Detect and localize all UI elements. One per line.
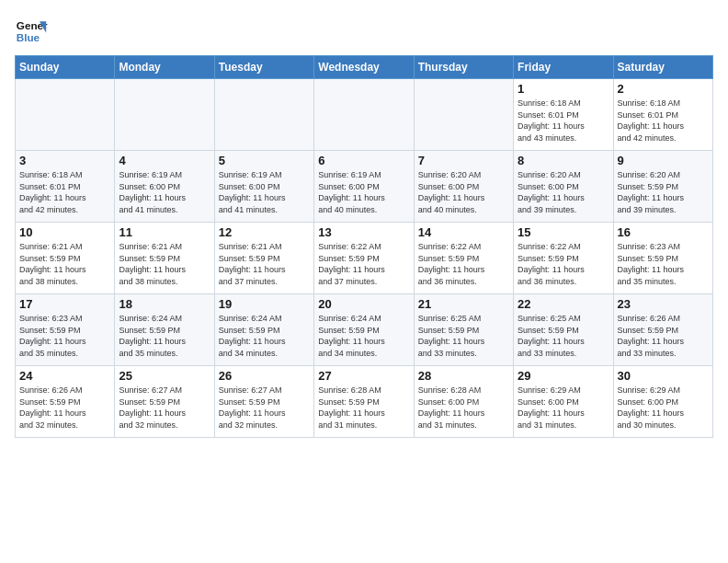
cell-info: Sunrise: 6:19 AM Sunset: 6:00 PM Dayligh… — [219, 169, 310, 215]
calendar-cell: 17Sunrise: 6:23 AM Sunset: 5:59 PM Dayli… — [16, 294, 115, 366]
calendar-cell: 27Sunrise: 6:28 AM Sunset: 5:59 PM Dayli… — [314, 366, 414, 438]
calendar-cell: 6Sunrise: 6:19 AM Sunset: 6:00 PM Daylig… — [314, 151, 414, 223]
cell-info: Sunrise: 6:29 AM Sunset: 6:00 PM Dayligh… — [618, 385, 709, 431]
calendar-cell: 2Sunrise: 6:18 AM Sunset: 6:01 PM Daylig… — [613, 79, 712, 151]
cell-info: Sunrise: 6:22 AM Sunset: 5:59 PM Dayligh… — [318, 241, 409, 287]
day-number: 19 — [219, 297, 310, 311]
day-number: 8 — [518, 154, 609, 167]
calendar-cell: 29Sunrise: 6:29 AM Sunset: 6:00 PM Dayli… — [514, 366, 613, 438]
calendar-cell: 3Sunrise: 6:18 AM Sunset: 6:01 PM Daylig… — [16, 151, 115, 223]
calendar-cell: 5Sunrise: 6:19 AM Sunset: 6:00 PM Daylig… — [214, 151, 313, 223]
cell-info: Sunrise: 6:18 AM Sunset: 6:01 PM Dayligh… — [518, 98, 609, 144]
day-number: 15 — [518, 225, 609, 239]
main-container: General Blue SundayMondayTuesdayWednesda… — [0, 0, 728, 445]
cell-info: Sunrise: 6:21 AM Sunset: 5:59 PM Dayligh… — [119, 241, 210, 287]
cell-info: Sunrise: 6:22 AM Sunset: 5:59 PM Dayligh… — [518, 241, 609, 287]
calendar-cell: 8Sunrise: 6:20 AM Sunset: 6:00 PM Daylig… — [514, 151, 613, 223]
day-number: 12 — [219, 225, 310, 239]
day-number: 23 — [618, 297, 709, 311]
cell-info: Sunrise: 6:19 AM Sunset: 6:00 PM Dayligh… — [318, 169, 409, 215]
calendar-cell: 16Sunrise: 6:23 AM Sunset: 5:59 PM Dayli… — [613, 223, 712, 294]
calendar-cell: 23Sunrise: 6:26 AM Sunset: 5:59 PM Dayli… — [613, 294, 712, 366]
weekday-header-wednesday: Wednesday — [314, 56, 414, 79]
day-number: 26 — [219, 369, 310, 383]
calendar-cell: 30Sunrise: 6:29 AM Sunset: 6:00 PM Dayli… — [613, 366, 712, 438]
calendar-cell: 25Sunrise: 6:27 AM Sunset: 5:59 PM Dayli… — [115, 366, 214, 438]
cell-info: Sunrise: 6:25 AM Sunset: 5:59 PM Dayligh… — [418, 313, 509, 359]
calendar-cell: 7Sunrise: 6:20 AM Sunset: 6:00 PM Daylig… — [414, 151, 513, 223]
cell-info: Sunrise: 6:20 AM Sunset: 6:00 PM Dayligh… — [418, 169, 509, 215]
day-number: 5 — [219, 154, 310, 167]
day-number: 10 — [19, 225, 110, 239]
cell-info: Sunrise: 6:24 AM Sunset: 5:59 PM Dayligh… — [219, 313, 310, 359]
calendar-cell — [16, 79, 115, 151]
calendar-cell: 28Sunrise: 6:28 AM Sunset: 6:00 PM Dayli… — [414, 366, 513, 438]
day-number: 7 — [418, 154, 509, 167]
weekday-header-monday: Monday — [115, 56, 214, 79]
day-number: 14 — [418, 225, 509, 239]
cell-info: Sunrise: 6:27 AM Sunset: 5:59 PM Dayligh… — [119, 385, 210, 431]
day-number: 16 — [618, 225, 709, 239]
day-number: 4 — [119, 154, 210, 167]
cell-info: Sunrise: 6:24 AM Sunset: 5:59 PM Dayligh… — [119, 313, 210, 359]
calendar-cell: 20Sunrise: 6:24 AM Sunset: 5:59 PM Dayli… — [314, 294, 414, 366]
calendar-cell: 4Sunrise: 6:19 AM Sunset: 6:00 PM Daylig… — [115, 151, 214, 223]
calendar-cell: 11Sunrise: 6:21 AM Sunset: 5:59 PM Dayli… — [115, 223, 214, 294]
day-number: 1 — [518, 82, 609, 96]
day-number: 30 — [618, 369, 709, 383]
calendar-cell: 13Sunrise: 6:22 AM Sunset: 5:59 PM Dayli… — [314, 223, 414, 294]
calendar-cell: 14Sunrise: 6:22 AM Sunset: 5:59 PM Dayli… — [414, 223, 513, 294]
calendar-cell: 10Sunrise: 6:21 AM Sunset: 5:59 PM Dayli… — [16, 223, 115, 294]
cell-info: Sunrise: 6:23 AM Sunset: 5:59 PM Dayligh… — [19, 313, 110, 359]
day-number: 18 — [119, 297, 210, 311]
day-number: 24 — [19, 369, 110, 383]
calendar-cell — [115, 79, 214, 151]
cell-info: Sunrise: 6:19 AM Sunset: 6:00 PM Dayligh… — [119, 169, 210, 215]
cell-info: Sunrise: 6:20 AM Sunset: 6:00 PM Dayligh… — [518, 169, 609, 215]
cell-info: Sunrise: 6:28 AM Sunset: 6:00 PM Dayligh… — [418, 385, 509, 431]
cell-info: Sunrise: 6:28 AM Sunset: 5:59 PM Dayligh… — [318, 385, 409, 431]
weekday-header-friday: Friday — [514, 56, 613, 79]
weekday-header-thursday: Thursday — [414, 56, 513, 79]
cell-info: Sunrise: 6:18 AM Sunset: 6:01 PM Dayligh… — [618, 98, 709, 144]
day-number: 20 — [318, 297, 409, 311]
cell-info: Sunrise: 6:20 AM Sunset: 5:59 PM Dayligh… — [618, 169, 709, 215]
calendar-cell: 18Sunrise: 6:24 AM Sunset: 5:59 PM Dayli… — [115, 294, 214, 366]
cell-info: Sunrise: 6:23 AM Sunset: 5:59 PM Dayligh… — [618, 241, 709, 287]
cell-info: Sunrise: 6:26 AM Sunset: 5:59 PM Dayligh… — [19, 385, 110, 431]
calendar-cell: 22Sunrise: 6:25 AM Sunset: 5:59 PM Dayli… — [514, 294, 613, 366]
calendar-cell: 21Sunrise: 6:25 AM Sunset: 5:59 PM Dayli… — [414, 294, 513, 366]
day-number: 29 — [518, 369, 609, 383]
cell-info: Sunrise: 6:24 AM Sunset: 5:59 PM Dayligh… — [318, 313, 409, 359]
day-number: 22 — [518, 297, 609, 311]
day-number: 25 — [119, 369, 210, 383]
calendar-cell — [314, 79, 414, 151]
calendar-cell: 15Sunrise: 6:22 AM Sunset: 5:59 PM Dayli… — [514, 223, 613, 294]
calendar-cell — [414, 79, 513, 151]
day-number: 6 — [318, 154, 409, 167]
calendar-cell: 1Sunrise: 6:18 AM Sunset: 6:01 PM Daylig… — [514, 79, 613, 151]
calendar-table: SundayMondayTuesdayWednesdayThursdayFrid… — [15, 55, 713, 438]
day-number: 11 — [119, 225, 210, 239]
cell-info: Sunrise: 6:22 AM Sunset: 5:59 PM Dayligh… — [418, 241, 509, 287]
calendar-cell — [214, 79, 313, 151]
cell-info: Sunrise: 6:25 AM Sunset: 5:59 PM Dayligh… — [518, 313, 609, 359]
day-number: 13 — [318, 225, 409, 239]
cell-info: Sunrise: 6:29 AM Sunset: 6:00 PM Dayligh… — [518, 385, 609, 431]
weekday-header-tuesday: Tuesday — [214, 56, 313, 79]
cell-info: Sunrise: 6:18 AM Sunset: 6:01 PM Dayligh… — [19, 169, 110, 215]
day-number: 9 — [618, 154, 709, 167]
calendar-cell: 9Sunrise: 6:20 AM Sunset: 5:59 PM Daylig… — [613, 151, 712, 223]
weekday-header-saturday: Saturday — [613, 56, 712, 79]
day-number: 21 — [418, 297, 509, 311]
cell-info: Sunrise: 6:21 AM Sunset: 5:59 PM Dayligh… — [219, 241, 310, 287]
svg-text:Blue: Blue — [17, 31, 40, 43]
header: General Blue — [15, 15, 713, 48]
calendar-cell: 12Sunrise: 6:21 AM Sunset: 5:59 PM Dayli… — [214, 223, 313, 294]
day-number: 17 — [19, 297, 110, 311]
day-number: 2 — [618, 82, 709, 96]
day-number: 28 — [418, 369, 509, 383]
weekday-header-sunday: Sunday — [16, 56, 115, 79]
calendar-cell: 26Sunrise: 6:27 AM Sunset: 5:59 PM Dayli… — [214, 366, 313, 438]
cell-info: Sunrise: 6:26 AM Sunset: 5:59 PM Dayligh… — [618, 313, 709, 359]
